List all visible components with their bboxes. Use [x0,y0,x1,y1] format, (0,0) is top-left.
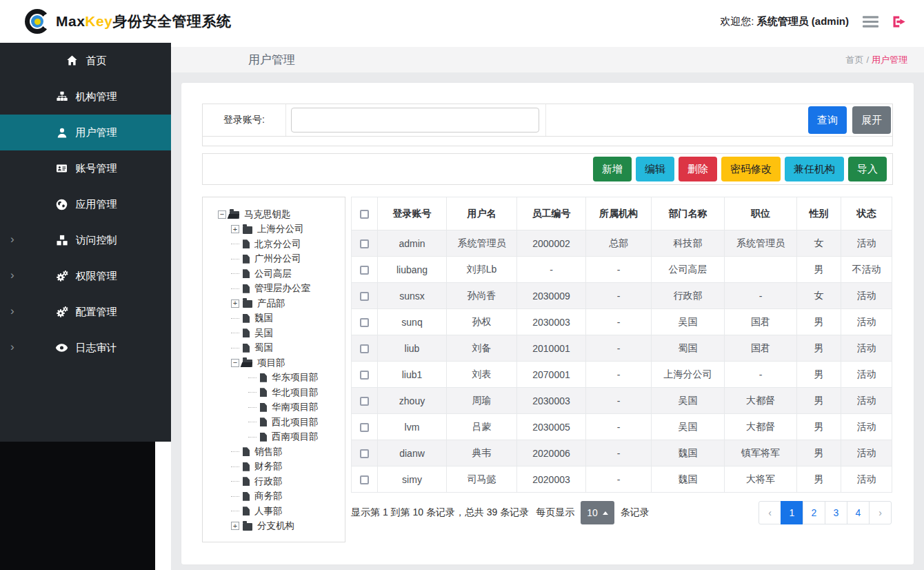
user-management-card: 登录账号: 查询 展开 新增编辑删除密码修改兼任机构导入 −马克思钥匙+上海分公… [181,82,914,565]
table-row[interactable]: dianw典韦2020006-魏国镇军将军男活动 [352,440,892,466]
sidebar-item-globe-4[interactable]: 应用管理 [0,186,171,222]
toolbar-button-4[interactable]: 兼任机构 [785,157,844,181]
toolbar-button-2[interactable]: 删除 [679,157,717,181]
row-checkbox[interactable] [360,475,369,484]
cell: 男 [797,440,841,466]
tree-expand-icon[interactable]: + [231,522,239,530]
file-icon [243,314,250,323]
table-row[interactable]: sunq孙权2030003-吴国国君男活动 [352,309,892,335]
row-checkbox[interactable] [360,344,369,353]
login-account-input[interactable] [291,108,539,132]
row-checkbox[interactable] [360,239,369,248]
checkbox-cell [352,335,378,362]
sidebar-item-user-2[interactable]: 用户管理 [0,115,171,150]
page-3[interactable]: 3 [825,501,847,524]
breadcrumb-home-link[interactable]: 首页 [845,54,863,66]
tree-node[interactable]: 广州分公司 [205,252,342,267]
user-icon [54,126,70,139]
checkbox-cell [352,283,378,309]
cell: 国君 [725,309,797,335]
sidebar-item-cogs-7[interactable]: ›配置管理 [0,294,171,330]
tree-node[interactable]: +分支机构 [205,519,342,534]
tree-node[interactable]: 吴国 [205,326,342,341]
tree-node[interactable]: 华南项目部 [205,400,342,415]
menu-toggle-icon[interactable] [863,16,878,28]
table-row[interactable]: simy司马懿2020003-魏国大将军男活动 [352,466,892,493]
row-checkbox[interactable] [360,266,369,275]
table-row[interactable]: liub刘备2010001-蜀国国君男活动 [352,335,892,362]
tree-node[interactable]: 销售部 [205,444,342,460]
cell: 活动 [841,388,892,414]
cell: liub1 [378,362,447,388]
cell: - [586,257,652,283]
row-checkbox[interactable] [360,449,369,458]
table-row[interactable]: zhouy周瑜2030003-吴国大都督男活动 [352,388,892,414]
chevron-right-icon: › [10,340,14,354]
page-next[interactable]: › [869,501,892,524]
tree-node[interactable]: 北京分公司 [205,237,342,252]
page-2[interactable]: 2 [803,501,825,524]
sidebar-item-id-card-3[interactable]: 账号管理 [0,150,171,186]
tree-collapse-icon[interactable]: − [218,210,226,219]
tree-node[interactable]: 管理层办公室 [205,282,342,297]
cell: 大都督 [725,388,797,414]
row-checkbox[interactable] [360,371,369,380]
tree-node[interactable]: 人事部 [205,504,342,519]
tree-node[interactable]: 蜀国 [205,341,342,356]
logout-icon[interactable] [892,16,906,28]
sidebar-item-eye-8[interactable]: ›日志审计 [0,330,171,366]
row-checkbox[interactable] [360,292,369,301]
tree-node[interactable]: 西南项目部 [205,430,342,445]
tree-collapse-icon[interactable]: − [231,359,239,367]
tree-node[interactable]: 商务部 [205,489,342,504]
table-row[interactable]: liub1刘表2070001-上海分公司-男活动 [352,362,892,388]
cell: 司马懿 [447,466,517,493]
page-1[interactable]: 1 [781,501,803,524]
cell: 男 [797,335,841,362]
toolbar-button-5[interactable]: 导入 [848,157,887,181]
tree-node[interactable]: +产品部 [205,296,342,311]
table-row[interactable]: sunsx孙尚香2030009-行政部-女活动 [352,283,892,309]
chevron-right-icon: › [10,304,14,318]
tree-expand-icon[interactable]: + [231,225,239,233]
cell: 不活动 [841,257,892,283]
sidebar-item-sitemap-1[interactable]: 机构管理 [0,79,171,115]
row-checkbox[interactable] [360,397,369,406]
row-checkbox[interactable] [360,423,369,432]
expand-button[interactable]: 展开 [852,106,891,134]
file-icon [260,433,267,442]
tree-connector [248,392,257,393]
breadcrumb: 首页 / 用户管理 [845,47,907,72]
sitemap-icon [54,90,70,103]
sidebar-item-cogs-6[interactable]: ›权限管理 [0,258,171,294]
table-row[interactable]: lvm吕蒙2030005-吴国大都督男活动 [352,414,892,440]
tree-node[interactable]: 公司高层 [205,266,342,282]
tree-node[interactable]: 财务部 [205,460,342,475]
eye-icon [54,342,70,354]
tree-node[interactable]: 魏国 [205,311,342,326]
row-checkbox[interactable] [360,318,369,327]
tree-node[interactable]: −项目部 [205,355,342,371]
table-row[interactable]: liubang刘邦Lb--公司高层男不活动 [352,257,892,283]
page-prev[interactable]: ‹ [759,501,781,524]
sidebar-item-cubes-5[interactable]: ›访问控制 [0,222,171,258]
tree-expand-icon[interactable]: + [231,299,239,308]
tree-node[interactable]: −马克思钥匙 [205,207,342,222]
sidebar-item-home-0[interactable]: 首页 [0,43,171,79]
page-size-dropdown[interactable]: 10 [581,501,614,524]
select-all-checkbox[interactable] [360,210,369,219]
tree-node[interactable]: 行政部 [205,474,342,489]
tree-node[interactable]: 华东项目部 [205,371,342,386]
toolbar-button-1[interactable]: 编辑 [636,157,674,181]
folder-open-icon [230,211,239,219]
checkbox-cell [352,230,378,257]
page-4[interactable]: 4 [847,501,870,524]
table-row[interactable]: admin系统管理员2000002总部科技部系统管理员女活动 [352,230,892,257]
cell: - [517,257,586,283]
query-button[interactable]: 查询 [808,106,847,134]
tree-node[interactable]: +上海分公司 [205,222,342,237]
tree-node[interactable]: 华北项目部 [205,385,342,400]
tree-node[interactable]: 西北项目部 [205,415,342,430]
toolbar-button-3[interactable]: 密码修改 [721,157,781,181]
toolbar-button-0[interactable]: 新增 [593,157,632,181]
